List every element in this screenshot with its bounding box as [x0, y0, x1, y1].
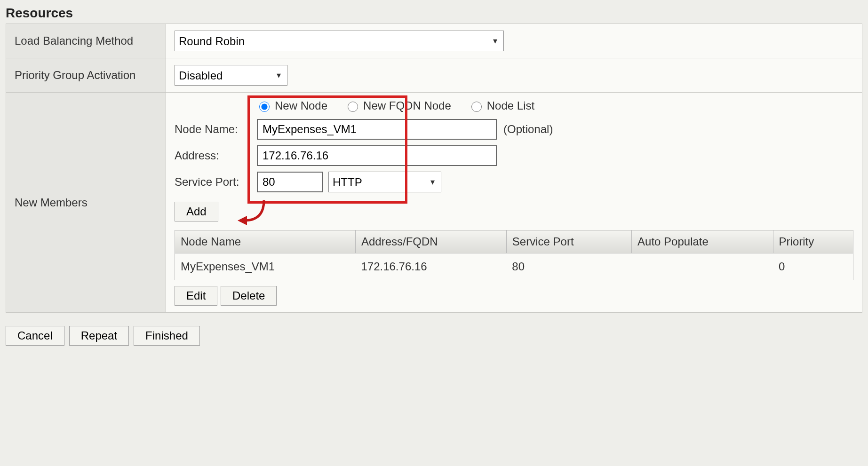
row-node-name: Node Name: (Optional): [175, 119, 853, 140]
service-port-proto-select[interactable]: HTTP: [328, 172, 441, 192]
lb-method-select[interactable]: Round Robin: [175, 31, 504, 51]
cell-service-port: 80: [506, 253, 631, 280]
radio-node-list-label: Node List: [487, 99, 534, 112]
cell-lb-method: Round Robin ▾: [166, 24, 862, 58]
member-form: New Node New FQDN Node Node List Node Na…: [175, 99, 853, 306]
radio-new-fqdn[interactable]: New FQDN Node: [345, 99, 451, 112]
address-input[interactable]: [257, 145, 497, 166]
row-service-port: Service Port: HTTP ▾: [175, 172, 853, 192]
repeat-button[interactable]: Repeat: [69, 326, 129, 346]
radio-new-node[interactable]: New Node: [257, 99, 327, 112]
cancel-button[interactable]: Cancel: [6, 326, 64, 346]
label-service-port: Service Port:: [175, 175, 257, 189]
radio-new-fqdn-input[interactable]: [348, 102, 358, 112]
finished-button[interactable]: Finished: [134, 326, 200, 346]
resources-table: Load Balancing Method Round Robin ▾ Prio…: [6, 24, 862, 313]
node-name-optional: (Optional): [503, 123, 553, 136]
radio-node-list[interactable]: Node List: [469, 99, 534, 112]
node-type-radios: New Node New FQDN Node Node List: [175, 99, 853, 112]
radio-new-node-label: New Node: [275, 99, 327, 112]
col-address: Address/FQDN: [355, 230, 506, 253]
footer-buttons: Cancel Repeat Finished: [6, 326, 862, 346]
service-port-input[interactable]: [257, 172, 323, 192]
section-title: Resources: [6, 6, 862, 21]
label-node-name: Node Name:: [175, 123, 257, 136]
col-service-port: Service Port: [506, 230, 631, 253]
label-lb-method: Load Balancing Method: [6, 24, 166, 58]
cell-node-name: MyExpenses_VM1: [175, 253, 356, 280]
label-address: Address:: [175, 149, 257, 162]
col-node-name: Node Name: [175, 230, 356, 253]
cell-priority: 0: [773, 253, 853, 280]
cell-priority-group: Disabled ▾: [166, 58, 862, 93]
priority-group-select[interactable]: Disabled: [175, 65, 287, 86]
col-auto-populate: Auto Populate: [632, 230, 773, 253]
radio-new-fqdn-label: New FQDN Node: [363, 99, 451, 112]
radio-new-node-input[interactable]: [259, 102, 270, 112]
delete-button[interactable]: Delete: [221, 286, 277, 306]
members-table: Node Name Address/FQDN Service Port Auto…: [175, 230, 853, 280]
cell-auto-populate: [632, 253, 773, 280]
label-new-members: New Members: [6, 93, 166, 313]
cell-address: 172.16.76.16: [355, 253, 506, 280]
node-name-input[interactable]: [257, 119, 497, 140]
label-priority-group: Priority Group Activation: [6, 58, 166, 93]
row-address: Address:: [175, 145, 853, 166]
edit-button[interactable]: Edit: [175, 286, 217, 306]
col-priority: Priority: [773, 230, 853, 253]
cell-new-members: New Node New FQDN Node Node List Node Na…: [166, 93, 862, 313]
radio-node-list-input[interactable]: [471, 102, 482, 112]
table-row[interactable]: MyExpenses_VM1 172.16.76.16 80 0: [175, 253, 853, 280]
add-button[interactable]: Add: [175, 202, 218, 221]
